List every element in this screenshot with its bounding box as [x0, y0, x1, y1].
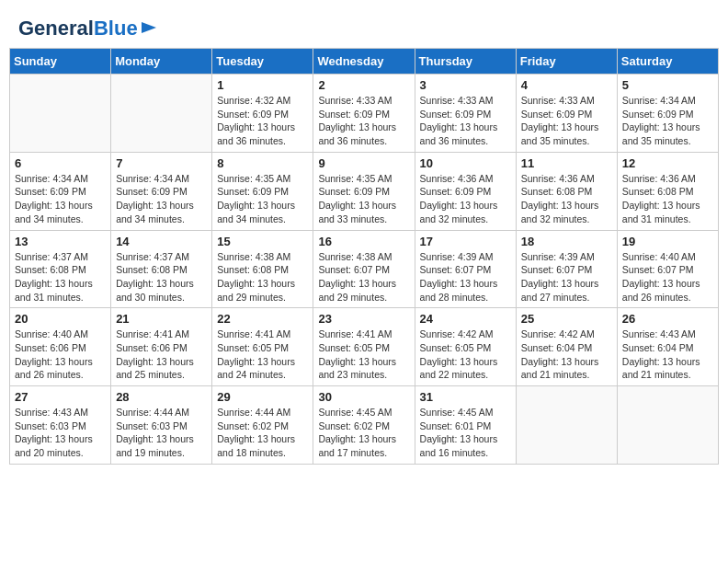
day-info: Sunrise: 4:41 AM Sunset: 6:06 PM Dayligh… — [116, 327, 207, 382]
svg-marker-0 — [142, 22, 156, 33]
day-number: 22 — [217, 312, 308, 326]
day-number: 8 — [217, 156, 308, 170]
calendar-week-row: 6Sunrise: 4:34 AM Sunset: 6:09 PM Daylig… — [10, 152, 719, 230]
calendar-day-cell: 15Sunrise: 4:38 AM Sunset: 6:08 PM Dayli… — [212, 230, 313, 308]
logo-text: GeneralBlue — [18, 18, 138, 39]
calendar-day-cell: 10Sunrise: 4:36 AM Sunset: 6:09 PM Dayli… — [415, 152, 516, 230]
calendar-day-cell: 1Sunrise: 4:32 AM Sunset: 6:09 PM Daylig… — [212, 75, 313, 153]
weekday-header-cell: Sunday — [10, 49, 111, 75]
day-info: Sunrise: 4:37 AM Sunset: 6:08 PM Dayligh… — [15, 250, 106, 304]
calendar-day-cell — [10, 75, 111, 153]
day-number: 29 — [217, 390, 308, 404]
weekday-header-cell: Thursday — [415, 49, 516, 75]
day-info: Sunrise: 4:43 AM Sunset: 6:04 PM Dayligh… — [622, 327, 713, 382]
day-info: Sunrise: 4:32 AM Sunset: 6:09 PM Dayligh… — [217, 94, 308, 148]
calendar-day-cell — [617, 386, 718, 465]
day-number: 13 — [15, 235, 106, 248]
day-info: Sunrise: 4:43 AM Sunset: 6:03 PM Dayligh… — [15, 406, 106, 460]
day-number: 23 — [318, 312, 409, 326]
page-header: GeneralBlue — [9, 9, 719, 43]
day-number: 16 — [318, 235, 409, 248]
logo: GeneralBlue — [18, 18, 158, 39]
day-info: Sunrise: 4:41 AM Sunset: 6:05 PM Dayligh… — [217, 327, 308, 382]
day-info: Sunrise: 4:41 AM Sunset: 6:05 PM Dayligh… — [318, 327, 409, 382]
day-info: Sunrise: 4:33 AM Sunset: 6:09 PM Dayligh… — [521, 94, 612, 148]
calendar-day-cell: 22Sunrise: 4:41 AM Sunset: 6:05 PM Dayli… — [212, 308, 313, 386]
day-info: Sunrise: 4:38 AM Sunset: 6:08 PM Dayligh… — [217, 250, 308, 304]
day-number: 19 — [622, 235, 713, 248]
day-number: 17 — [420, 235, 511, 248]
day-number: 6 — [15, 156, 106, 170]
calendar-day-cell: 13Sunrise: 4:37 AM Sunset: 6:08 PM Dayli… — [10, 230, 111, 308]
calendar-week-row: 1Sunrise: 4:32 AM Sunset: 6:09 PM Daylig… — [10, 75, 719, 153]
logo-arrow-icon — [140, 18, 158, 37]
day-info: Sunrise: 4:35 AM Sunset: 6:09 PM Dayligh… — [217, 172, 308, 226]
day-number: 24 — [420, 312, 511, 326]
day-info: Sunrise: 4:34 AM Sunset: 6:09 PM Dayligh… — [116, 172, 207, 226]
calendar-day-cell: 6Sunrise: 4:34 AM Sunset: 6:09 PM Daylig… — [10, 152, 111, 230]
day-info: Sunrise: 4:39 AM Sunset: 6:07 PM Dayligh… — [521, 250, 612, 304]
calendar-week-row: 20Sunrise: 4:40 AM Sunset: 6:06 PM Dayli… — [10, 308, 719, 386]
day-info: Sunrise: 4:45 AM Sunset: 6:02 PM Dayligh… — [318, 406, 409, 460]
day-info: Sunrise: 4:34 AM Sunset: 6:09 PM Dayligh… — [622, 94, 713, 148]
day-number: 20 — [15, 312, 106, 326]
calendar-day-cell: 25Sunrise: 4:42 AM Sunset: 6:04 PM Dayli… — [516, 308, 617, 386]
calendar-day-cell: 9Sunrise: 4:35 AM Sunset: 6:09 PM Daylig… — [313, 152, 415, 230]
calendar-day-cell: 31Sunrise: 4:45 AM Sunset: 6:01 PM Dayli… — [415, 386, 516, 465]
weekday-header-cell: Wednesday — [313, 49, 415, 75]
calendar-day-cell: 19Sunrise: 4:40 AM Sunset: 6:07 PM Dayli… — [617, 230, 718, 308]
day-info: Sunrise: 4:36 AM Sunset: 6:08 PM Dayligh… — [521, 172, 612, 226]
calendar-day-cell: 5Sunrise: 4:34 AM Sunset: 6:09 PM Daylig… — [617, 75, 718, 153]
calendar-day-cell: 12Sunrise: 4:36 AM Sunset: 6:08 PM Dayli… — [617, 152, 718, 230]
day-number: 30 — [318, 390, 409, 404]
day-info: Sunrise: 4:44 AM Sunset: 6:02 PM Dayligh… — [217, 406, 308, 460]
day-number: 28 — [116, 390, 207, 404]
day-number: 1 — [217, 78, 308, 92]
day-number: 31 — [420, 390, 511, 404]
calendar-day-cell: 23Sunrise: 4:41 AM Sunset: 6:05 PM Dayli… — [313, 308, 415, 386]
day-number: 2 — [318, 78, 409, 92]
day-number: 14 — [116, 235, 207, 248]
day-number: 21 — [116, 312, 207, 326]
day-info: Sunrise: 4:39 AM Sunset: 6:07 PM Dayligh… — [420, 250, 511, 304]
calendar-day-cell: 3Sunrise: 4:33 AM Sunset: 6:09 PM Daylig… — [415, 75, 516, 153]
day-info: Sunrise: 4:33 AM Sunset: 6:09 PM Dayligh… — [420, 94, 511, 148]
calendar-day-cell: 18Sunrise: 4:39 AM Sunset: 6:07 PM Dayli… — [516, 230, 617, 308]
calendar-day-cell: 17Sunrise: 4:39 AM Sunset: 6:07 PM Dayli… — [415, 230, 516, 308]
day-number: 5 — [622, 78, 713, 92]
calendar-day-cell — [516, 386, 617, 465]
calendar-day-cell: 11Sunrise: 4:36 AM Sunset: 6:08 PM Dayli… — [516, 152, 617, 230]
day-number: 4 — [521, 78, 612, 92]
day-number: 26 — [622, 312, 713, 326]
calendar-day-cell: 8Sunrise: 4:35 AM Sunset: 6:09 PM Daylig… — [212, 152, 313, 230]
day-number: 9 — [318, 156, 409, 170]
weekday-header-cell: Tuesday — [212, 49, 313, 75]
day-number: 25 — [521, 312, 612, 326]
weekday-header-cell: Friday — [516, 49, 617, 75]
day-info: Sunrise: 4:36 AM Sunset: 6:09 PM Dayligh… — [420, 172, 511, 226]
calendar-day-cell: 20Sunrise: 4:40 AM Sunset: 6:06 PM Dayli… — [10, 308, 111, 386]
calendar-day-cell: 21Sunrise: 4:41 AM Sunset: 6:06 PM Dayli… — [111, 308, 212, 386]
day-info: Sunrise: 4:44 AM Sunset: 6:03 PM Dayligh… — [116, 406, 207, 460]
day-number: 3 — [420, 78, 511, 92]
day-number: 12 — [622, 156, 713, 170]
day-info: Sunrise: 4:42 AM Sunset: 6:04 PM Dayligh… — [521, 327, 612, 382]
calendar-day-cell: 4Sunrise: 4:33 AM Sunset: 6:09 PM Daylig… — [516, 75, 617, 153]
calendar-day-cell: 16Sunrise: 4:38 AM Sunset: 6:07 PM Dayli… — [313, 230, 415, 308]
calendar-day-cell: 26Sunrise: 4:43 AM Sunset: 6:04 PM Dayli… — [617, 308, 718, 386]
calendar-day-cell: 27Sunrise: 4:43 AM Sunset: 6:03 PM Dayli… — [10, 386, 111, 465]
weekday-header-cell: Saturday — [617, 49, 718, 75]
day-info: Sunrise: 4:36 AM Sunset: 6:08 PM Dayligh… — [622, 172, 713, 226]
day-info: Sunrise: 4:35 AM Sunset: 6:09 PM Dayligh… — [318, 172, 409, 226]
calendar-body: 1Sunrise: 4:32 AM Sunset: 6:09 PM Daylig… — [10, 75, 719, 465]
calendar-table: SundayMondayTuesdayWednesdayThursdayFrid… — [9, 48, 719, 465]
weekday-header-cell: Monday — [111, 49, 212, 75]
calendar-day-cell: 2Sunrise: 4:33 AM Sunset: 6:09 PM Daylig… — [313, 75, 415, 153]
calendar-day-cell: 7Sunrise: 4:34 AM Sunset: 6:09 PM Daylig… — [111, 152, 212, 230]
calendar-week-row: 27Sunrise: 4:43 AM Sunset: 6:03 PM Dayli… — [10, 386, 719, 465]
calendar-week-row: 13Sunrise: 4:37 AM Sunset: 6:08 PM Dayli… — [10, 230, 719, 308]
day-number: 11 — [521, 156, 612, 170]
weekday-header-row: SundayMondayTuesdayWednesdayThursdayFrid… — [10, 49, 719, 75]
calendar-day-cell: 29Sunrise: 4:44 AM Sunset: 6:02 PM Dayli… — [212, 386, 313, 465]
day-info: Sunrise: 4:34 AM Sunset: 6:09 PM Dayligh… — [15, 172, 106, 226]
